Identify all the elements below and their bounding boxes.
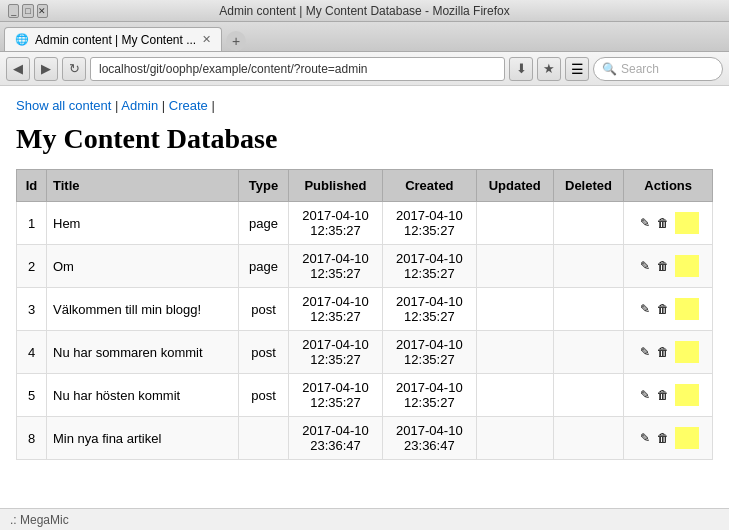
cell-deleted [553,202,624,245]
cell-id: 5 [17,374,47,417]
tab-bar: 🌐 Admin content | My Content ... ✕ + [0,22,729,52]
cell-published: 2017-04-10 12:35:27 [289,202,383,245]
cell-id: 2 [17,245,47,288]
show-all-content-link[interactable]: Show all content [16,98,111,113]
delete-icon[interactable]: 🗑 [655,258,671,274]
download-icon[interactable]: ⬇ [509,57,533,81]
new-tab-button[interactable]: + [226,31,246,51]
cell-actions: ✎ 🗑 [624,245,713,288]
delete-icon[interactable]: 🗑 [655,301,671,317]
col-created: Created [382,170,476,202]
cell-created: 2017-04-10 12:35:27 [382,331,476,374]
title-bar: _ □ ✕ Admin content | My Content Databas… [0,0,729,22]
cell-updated [476,245,553,288]
edit-icon[interactable]: ✎ [637,301,653,317]
search-placeholder: Search [621,62,659,76]
create-link[interactable]: Create [169,98,208,113]
delete-icon[interactable]: 🗑 [655,387,671,403]
cell-updated [476,374,553,417]
edit-icon[interactable]: ✎ [637,215,653,231]
col-id: Id [17,170,47,202]
cell-actions: ✎ 🗑 [624,374,713,417]
menu-icon[interactable]: ☰ [565,57,589,81]
cell-type: post [238,331,288,374]
cell-deleted [553,245,624,288]
cell-id: 3 [17,288,47,331]
active-tab[interactable]: 🌐 Admin content | My Content ... ✕ [4,27,222,51]
cell-published: 2017-04-10 12:35:27 [289,374,383,417]
refresh-button[interactable]: ↻ [62,57,86,81]
delete-icon[interactable]: 🗑 [655,215,671,231]
sep2: | [158,98,169,113]
cell-published: 2017-04-10 12:35:27 [289,245,383,288]
footer: .: MegaMic [0,508,729,530]
cell-id: 8 [17,417,47,460]
cell-title: Om [47,245,239,288]
cell-updated [476,331,553,374]
cell-actions: ✎ 🗑 [624,417,713,460]
cell-type: post [238,288,288,331]
cell-title: Min nya fina artikel [47,417,239,460]
status-color [675,255,699,277]
col-published: Published [289,170,383,202]
col-title: Title [47,170,239,202]
edit-icon[interactable]: ✎ [637,430,653,446]
cell-id: 4 [17,331,47,374]
table-row: 1 Hem page 2017-04-10 12:35:27 2017-04-1… [17,202,713,245]
cell-title: Nu har sommaren kommit [47,331,239,374]
cell-created: 2017-04-10 12:35:27 [382,245,476,288]
page-content: Show all content | Admin | Create | My C… [0,86,729,508]
col-actions: Actions [624,170,713,202]
cell-updated [476,417,553,460]
status-color [675,298,699,320]
status-color [675,384,699,406]
table-row: 2 Om page 2017-04-10 12:35:27 2017-04-10… [17,245,713,288]
window-title: Admin content | My Content Database - Mo… [48,4,681,18]
delete-icon[interactable]: 🗑 [655,344,671,360]
status-color [675,212,699,234]
edit-icon[interactable]: ✎ [637,258,653,274]
admin-link[interactable]: Admin [121,98,158,113]
search-box[interactable]: 🔍 Search [593,57,723,81]
search-icon: 🔍 [602,62,617,76]
col-type: Type [238,170,288,202]
bookmark-icon[interactable]: ★ [537,57,561,81]
cell-created: 2017-04-10 12:35:27 [382,374,476,417]
back-button[interactable]: ◀ [6,57,30,81]
forward-button[interactable]: ▶ [34,57,58,81]
cell-updated [476,202,553,245]
col-updated: Updated [476,170,553,202]
sep1: | [111,98,121,113]
table-row: 4 Nu har sommaren kommit post 2017-04-10… [17,331,713,374]
content-table: Id Title Type Published Created Updated … [16,169,713,460]
cell-published: 2017-04-10 12:35:27 [289,331,383,374]
nav-bar: ◀ ▶ ↻ localhost/git/oophp/example/conten… [0,52,729,86]
cell-title: Välkommen till min blogg! [47,288,239,331]
minimize-btn[interactable]: _ [8,4,19,18]
footer-text: .: MegaMic [10,513,69,527]
tab-close-icon[interactable]: ✕ [202,33,211,46]
status-color [675,427,699,449]
cell-deleted [553,331,624,374]
cell-published: 2017-04-10 12:35:27 [289,288,383,331]
table-row: 3 Välkommen till min blogg! post 2017-04… [17,288,713,331]
cell-created: 2017-04-10 12:35:27 [382,288,476,331]
delete-icon[interactable]: 🗑 [655,430,671,446]
cell-actions: ✎ 🗑 [624,331,713,374]
tab-label: Admin content | My Content ... [35,33,196,47]
cell-title: Hem [47,202,239,245]
edit-icon[interactable]: ✎ [637,344,653,360]
cell-type [238,417,288,460]
close-btn[interactable]: ✕ [37,4,48,18]
page-title: My Content Database [16,123,713,155]
cell-created: 2017-04-10 12:35:27 [382,202,476,245]
cell-id: 1 [17,202,47,245]
sep3: | [208,98,215,113]
edit-icon[interactable]: ✎ [637,387,653,403]
cell-type: page [238,245,288,288]
address-bar[interactable]: localhost/git/oophp/example/content/?rou… [90,57,505,81]
cell-type: post [238,374,288,417]
maximize-btn[interactable]: □ [22,4,33,18]
table-header-row: Id Title Type Published Created Updated … [17,170,713,202]
table-row: 8 Min nya fina artikel 2017-04-10 23:36:… [17,417,713,460]
